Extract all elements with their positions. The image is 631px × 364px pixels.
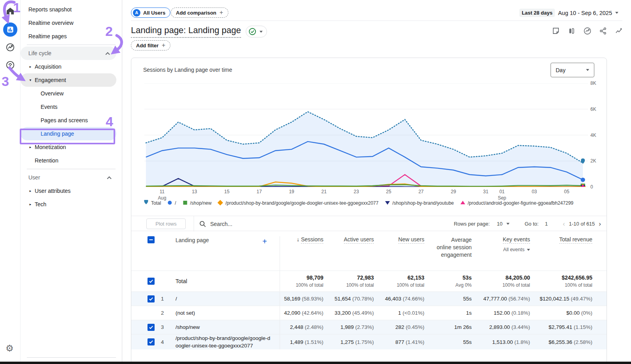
pagination-status: 1-10 of 615 (569, 221, 595, 227)
x-axis-label-17: 17 (251, 189, 267, 194)
reports-icon[interactable] (3, 22, 17, 37)
sidebar-item-pages-and-screens[interactable]: Pages and screens (21, 114, 116, 127)
section-header-life-cycle[interactable]: Life cycle (21, 47, 116, 60)
sidebar-divider (27, 45, 116, 45)
y-axis-label-0: 0 (590, 184, 593, 190)
search-icon (199, 220, 206, 228)
legend-item-shop-shop-by-brand-youtube: /shop/shop-by-brand/youtube (385, 200, 454, 206)
metric-cell: 58,169 (58.93%) (280, 296, 323, 302)
dimension-header[interactable]: Landing page (175, 237, 209, 243)
key-events-filter[interactable]: All events (473, 247, 530, 252)
sidebar-item-reports-snapshot[interactable]: Reports snapshot (21, 3, 122, 16)
expand-icon[interactable]: ▸ (26, 202, 35, 206)
chart-legend: Total//shop/new/product/shop-by-brand/go… (143, 200, 573, 206)
report-status-pill[interactable] (246, 26, 267, 37)
metric-cell: 55s (424, 296, 472, 302)
customize-report-icon[interactable] (615, 27, 623, 35)
collapse-icon[interactable]: ▾ (26, 78, 35, 82)
chevron-down-icon (615, 12, 618, 14)
search-input[interactable] (210, 221, 329, 227)
chevron-down-icon[interactable] (506, 223, 510, 225)
expand-icon[interactable]: ▸ (26, 65, 35, 69)
window-bottom-edge (0, 362, 631, 364)
circle-marker-icon (167, 200, 173, 206)
section-header-user[interactable]: User (21, 171, 118, 184)
legend-item-slash: / (167, 200, 176, 206)
share-icon[interactable] (599, 27, 607, 35)
ab-comparison-icon[interactable] (568, 27, 576, 35)
expand-icon[interactable]: ▸ (26, 145, 35, 149)
sidebar-item-user-attributes[interactable]: ▸User attributes (21, 184, 116, 198)
column-header-sessions[interactable]: ↓Sessions (280, 236, 323, 259)
all-users-comparison-chip[interactable]: A All Users (131, 7, 170, 18)
go-to-input[interactable]: 1 (545, 221, 548, 227)
advertising-icon[interactable] (5, 60, 15, 70)
plot-rows-button[interactable]: Plot rows (146, 218, 186, 229)
metric-cell: 877 (1.41%) (374, 339, 424, 345)
sidebar-item-overview[interactable]: Overview (21, 87, 116, 100)
x-axis-label-29: 29 (446, 189, 461, 194)
metric-cell: 1,989 (2.73%) (323, 324, 374, 330)
legend-item-total: Total (143, 200, 161, 206)
sessions-line-chart (144, 83, 588, 187)
settings-icon[interactable]: ⚙ (6, 343, 14, 354)
add-comparison-button[interactable]: Add comparison + (171, 7, 228, 18)
row-number: 3 (156, 324, 172, 330)
chevron-up-icon[interactable] (107, 176, 111, 181)
metric-cell: 46,403 (74.66%) (374, 296, 424, 302)
sidebar-item-realtime-pages[interactable]: Realtime pages (21, 30, 122, 43)
column-header-active-users[interactable]: Active users (323, 236, 374, 259)
column-header-total-revenue[interactable]: Total revenue (530, 236, 592, 259)
chevron-up-icon[interactable] (105, 52, 110, 56)
sidebar-item-retention[interactable]: Retention (21, 154, 116, 167)
metric-cell: 51,654 (70.78%) (323, 296, 374, 302)
row-checkbox[interactable] (147, 295, 155, 302)
sidebar-item-monetization[interactable]: ▸Monetization (21, 140, 116, 154)
total-row-label: Total (175, 278, 187, 284)
y-axis-label-4K: 4K (590, 133, 596, 138)
triangle-up-marker-icon (460, 200, 466, 206)
column-header-key-events[interactable]: Key eventsAll events (472, 236, 530, 259)
date-range-picker[interactable]: Last 28 days Aug 10 - Sep 6, 2025 (519, 9, 618, 17)
column-header-new-users[interactable]: New users (374, 236, 424, 259)
x-axis-label-13: 13 (187, 189, 202, 194)
chevron-down-icon (259, 31, 263, 33)
all-users-avatar: A (133, 9, 140, 17)
all-users-label: All Users (143, 10, 165, 16)
row-checkbox[interactable] (147, 324, 155, 331)
metric-cell: $0.00 (0%) (530, 310, 592, 316)
granularity-select[interactable]: Day (551, 63, 594, 77)
next-page-icon[interactable]: › (599, 220, 601, 227)
chevron-down-icon (527, 249, 530, 251)
sidebar-item-acquisition[interactable]: ▸Acquisition (21, 60, 116, 73)
sidebar-item-tech[interactable]: ▸Tech (21, 198, 116, 211)
sidebar-item-landing-page[interactable]: Landing page (21, 127, 116, 140)
x-axis-label-23: 23 (348, 189, 364, 194)
metric-cell: $120,042.15 (49.47%) (530, 296, 592, 302)
metric-cell: 2,893.00 (3.44%) (472, 324, 530, 330)
add-filter-button[interactable]: Add filter + (131, 40, 170, 50)
total-row-checkbox[interactable] (147, 278, 155, 285)
sidebar-item-realtime-overview[interactable]: Realtime overview (21, 16, 122, 30)
plus-icon: + (220, 9, 223, 16)
expand-icon[interactable]: ▸ (26, 189, 35, 193)
row-number: 1 (156, 296, 172, 302)
row-checkbox[interactable] (147, 338, 155, 345)
metric-cell: 55s (424, 339, 472, 345)
select-all-checkbox[interactable] (147, 236, 155, 243)
rows-per-page-value[interactable]: 10 (497, 221, 502, 227)
column-header-average-online-session-engagement[interactable]: Average online session engagement (424, 236, 472, 259)
add-dimension-icon[interactable]: + (262, 237, 272, 246)
sidebar-item-engagement[interactable]: ▾Engagement (21, 73, 116, 87)
sidebar-item-events[interactable]: Events (21, 100, 116, 114)
explore-icon[interactable] (5, 42, 15, 52)
insights-icon[interactable] (583, 27, 592, 35)
total-cell-4: 84,205.00100% of total (472, 274, 530, 288)
notes-icon[interactable] (552, 27, 560, 35)
x-axis-label-31: 31 (478, 189, 494, 194)
home-icon[interactable] (5, 6, 15, 16)
diamond-marker-icon (217, 200, 223, 206)
previous-page-icon[interactable]: ‹ (563, 220, 565, 227)
total-cell-5: $242,656.95100% of total (530, 274, 592, 288)
sidebar-divider (27, 169, 116, 169)
